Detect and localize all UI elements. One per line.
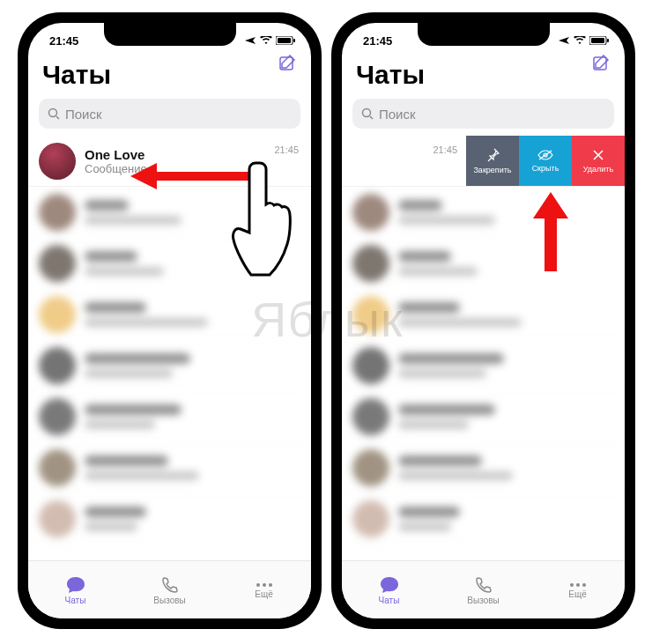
svg-point-6 <box>263 583 266 587</box>
tab-more[interactable]: Ещё <box>217 561 311 618</box>
svg-rect-9 <box>591 38 604 43</box>
svg-point-4 <box>49 109 57 117</box>
tab-chats[interactable]: Чаты <box>342 561 436 618</box>
tab-bar: Чаты Вызовы Ещё <box>342 560 625 618</box>
action-label: Скрыть <box>532 164 559 173</box>
chat-icon <box>66 576 85 594</box>
chat-row-blurred <box>28 391 311 442</box>
airplane-icon <box>558 35 570 46</box>
wifi-icon <box>260 36 272 45</box>
page-title: Чаты <box>356 60 425 90</box>
watermark: Яблык <box>251 291 403 348</box>
svg-point-7 <box>269 583 272 587</box>
svg-point-5 <box>256 583 260 587</box>
status-time: 21:45 <box>49 34 78 48</box>
chat-row-blurred <box>342 391 625 442</box>
more-icon <box>255 582 274 588</box>
chat-row-blurred <box>28 187 311 238</box>
chat-row-blurred <box>342 238 625 289</box>
action-hide[interactable]: Скрыть <box>519 136 572 186</box>
chat-row-blurred <box>28 238 311 289</box>
search-icon <box>361 107 374 120</box>
chat-icon <box>380 576 399 594</box>
page-title: Чаты <box>42 60 111 90</box>
chat-row-blurred <box>342 442 625 493</box>
more-icon <box>568 582 588 588</box>
wifi-icon <box>574 36 586 45</box>
search-placeholder: Поиск <box>65 107 102 122</box>
tab-label: Чаты <box>379 596 400 605</box>
search-placeholder: Поиск <box>379 107 416 122</box>
search-input[interactable]: Поиск <box>39 99 300 129</box>
chat-row-swiped[interactable]: 21:45 Закрепить Скрыть Удалить <box>342 136 625 187</box>
action-label: Удалить <box>583 165 613 174</box>
chat-name: One Love <box>85 147 300 162</box>
tab-calls[interactable]: Вызовы <box>436 561 530 618</box>
chat-preview: Сообщение <box>85 162 300 175</box>
notch <box>418 23 550 46</box>
compose-icon <box>591 53 611 72</box>
chat-row-blurred <box>28 493 311 544</box>
tab-label: Ещё <box>255 589 272 599</box>
svg-point-15 <box>576 583 580 587</box>
action-pin[interactable]: Закрепить <box>466 136 519 186</box>
battery-icon <box>276 36 295 45</box>
avatar <box>39 143 76 180</box>
phone-icon <box>161 576 179 594</box>
pin-icon <box>485 148 500 162</box>
tab-label: Вызовы <box>467 596 499 605</box>
swipe-actions: Закрепить Скрыть Удалить <box>466 136 625 186</box>
close-icon <box>592 149 604 161</box>
tab-more[interactable]: Ещё <box>530 561 625 618</box>
svg-rect-1 <box>278 38 291 43</box>
svg-point-16 <box>582 583 586 587</box>
chat-row[interactable]: One Love Сообщение 21:45 <box>28 136 311 187</box>
chat-row-blurred <box>28 442 311 493</box>
search-input[interactable]: Поиск <box>352 99 614 129</box>
battery-icon <box>589 36 609 45</box>
search-icon <box>48 107 60 120</box>
svg-point-12 <box>363 109 371 117</box>
tab-calls[interactable]: Вызовы <box>122 561 217 618</box>
svg-rect-10 <box>607 39 609 42</box>
airplane-icon <box>244 35 256 46</box>
eye-off-icon <box>537 150 553 160</box>
compose-icon <box>278 53 297 72</box>
action-label: Закрепить <box>473 166 511 174</box>
chat-row-blurred <box>342 187 625 238</box>
chat-time: 21:45 <box>433 144 457 155</box>
chat-row-blurred <box>342 493 625 544</box>
notch <box>104 23 236 46</box>
compose-button[interactable] <box>278 53 297 76</box>
tab-label: Ещё <box>568 589 586 599</box>
compose-button[interactable] <box>591 53 611 76</box>
chat-time: 21:45 <box>274 144 299 155</box>
svg-rect-2 <box>293 39 295 42</box>
tab-bar: Чаты Вызовы Ещё <box>28 560 311 618</box>
svg-point-14 <box>570 583 574 587</box>
tab-chats[interactable]: Чаты <box>28 561 122 618</box>
status-time: 21:45 <box>363 34 392 48</box>
action-delete[interactable]: Удалить <box>572 136 625 186</box>
tab-label: Чаты <box>65 596 86 605</box>
phone-icon <box>475 576 493 594</box>
tab-label: Вызовы <box>153 596 185 605</box>
